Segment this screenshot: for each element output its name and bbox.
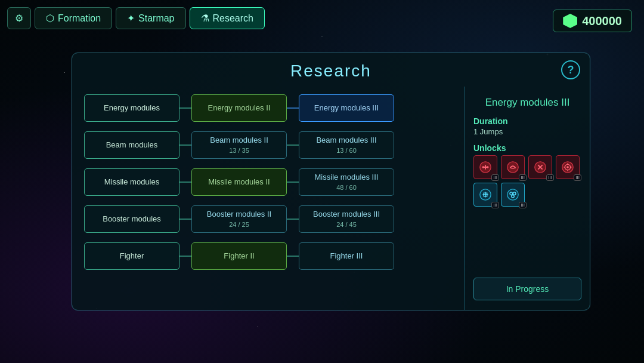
svg-point-3	[507, 162, 518, 173]
unlock-badge-2: III	[519, 174, 527, 181]
connector-beam-1	[179, 144, 191, 146]
unlock-item-5: III	[473, 183, 497, 207]
settings-button[interactable]: ⚙	[7, 7, 31, 29]
connector-energy-1	[179, 107, 191, 109]
unlock-icon-3	[534, 161, 547, 174]
detail-panel: Energy modules III Duration 1 Jumps Unlo…	[465, 87, 590, 310]
duration-section: Duration 1 Jumps	[473, 116, 581, 136]
in-progress-button[interactable]: In Progress	[473, 278, 581, 300]
research-row-fighter: Fighter Fighter II Fighter III	[84, 239, 455, 273]
formation-label: Formation	[58, 13, 101, 24]
connector-missile-1	[179, 182, 191, 183]
panel-title-row: Research ?	[72, 53, 590, 87]
connector-fighter-2	[287, 256, 299, 257]
duration-label: Duration	[473, 116, 581, 126]
research-row-missile: Missile modules Missile modules II Missi…	[84, 165, 455, 199]
unlock-badge-5: III	[491, 202, 499, 208]
top-nav: ⚙ ⬡ Formation ✦ Starmap ⚗ Research	[7, 7, 265, 29]
energy-modules-node[interactable]: Energy modules	[84, 94, 179, 122]
connector-energy-2	[287, 107, 299, 109]
unlock-item-6: III	[501, 183, 525, 207]
connector-fighter-1	[179, 256, 191, 257]
panel-body: Energy modules Energy modules II Energy …	[72, 87, 590, 310]
svg-point-7	[566, 166, 569, 168]
unlock-item-1: III	[473, 155, 497, 179]
svg-point-2	[487, 166, 489, 168]
missile-modules-node[interactable]: Missile modules	[84, 168, 179, 196]
unlock-badge-3: III	[546, 174, 554, 181]
unlock-icon-1	[479, 161, 492, 174]
research-label: Research	[213, 13, 253, 24]
missile-modules-2-node[interactable]: Missile modules II	[191, 168, 287, 196]
beam-modules-3-node[interactable]: Beam modules III 13 / 60	[299, 131, 394, 159]
booster-modules-node[interactable]: Booster modules	[84, 205, 179, 233]
formation-button[interactable]: ⬡ Formation	[35, 7, 112, 29]
connector-booster-1	[179, 219, 191, 220]
booster-modules-3-node[interactable]: Booster modules III 24 / 45	[299, 205, 394, 233]
duration-value: 1 Jumps	[473, 127, 581, 136]
main-panel: Research ? Energy modules Energy modules…	[72, 53, 590, 310]
currency-display: 400000	[553, 10, 632, 32]
research-row-energy: Energy modules Energy modules II Energy …	[84, 91, 455, 125]
starmap-button[interactable]: ✦ Starmap	[116, 7, 185, 29]
energy-modules-2-node[interactable]: Energy modules II	[191, 94, 287, 122]
research-icon: ⚗	[201, 13, 209, 24]
unlock-icon-6	[506, 188, 519, 201]
unlocks-label: Unlocks	[473, 143, 581, 153]
detail-title: Energy modules III	[473, 96, 581, 109]
unlock-icon-5	[479, 188, 492, 201]
booster-modules-2-node[interactable]: Booster modules II 24 / 25	[191, 205, 287, 233]
research-row-beam: Beam modules Beam modules II 13 / 35 Bea…	[84, 128, 455, 162]
unlock-icon-2	[506, 161, 519, 174]
svg-point-1	[482, 166, 485, 168]
currency-icon	[563, 14, 577, 28]
panel-title: Research	[290, 61, 371, 81]
help-button[interactable]: ?	[561, 60, 580, 79]
unlock-badge-6: III	[519, 202, 527, 208]
currency-amount: 400000	[582, 14, 622, 28]
unlocks-section: Unlocks III	[473, 143, 581, 207]
research-tree: Energy modules Energy modules II Energy …	[72, 87, 465, 310]
starmap-icon: ✦	[127, 13, 135, 24]
energy-modules-3-node[interactable]: Energy modules III	[299, 94, 394, 122]
unlock-badge-4: III	[574, 174, 581, 181]
research-row-booster: Booster modules Booster modules II 24 / …	[84, 202, 455, 236]
settings-icon: ⚙	[15, 13, 23, 24]
connector-booster-2	[287, 219, 299, 220]
fighter-node[interactable]: Fighter	[84, 242, 179, 270]
connector-beam-2	[287, 144, 299, 146]
starmap-label: Starmap	[138, 13, 174, 24]
unlock-icon-4	[561, 161, 574, 174]
formation-icon: ⬡	[46, 13, 54, 24]
connector-missile-2	[287, 182, 299, 183]
fighter-2-node[interactable]: Fighter II	[191, 242, 287, 270]
fighter-3-node[interactable]: Fighter III	[299, 242, 394, 270]
beam-modules-node[interactable]: Beam modules	[84, 131, 179, 159]
unlock-badge-1: III	[491, 174, 499, 181]
research-button[interactable]: ⚗ Research	[190, 7, 265, 29]
missile-modules-3-node[interactable]: Missile modules III 48 / 60	[299, 168, 394, 196]
unlocks-grid: III III	[473, 155, 581, 207]
beam-modules-2-node[interactable]: Beam modules II 13 / 35	[191, 131, 287, 159]
unlock-item-4: III	[556, 155, 580, 179]
unlock-item-3: III	[528, 155, 552, 179]
unlock-item-2: III	[501, 155, 525, 179]
